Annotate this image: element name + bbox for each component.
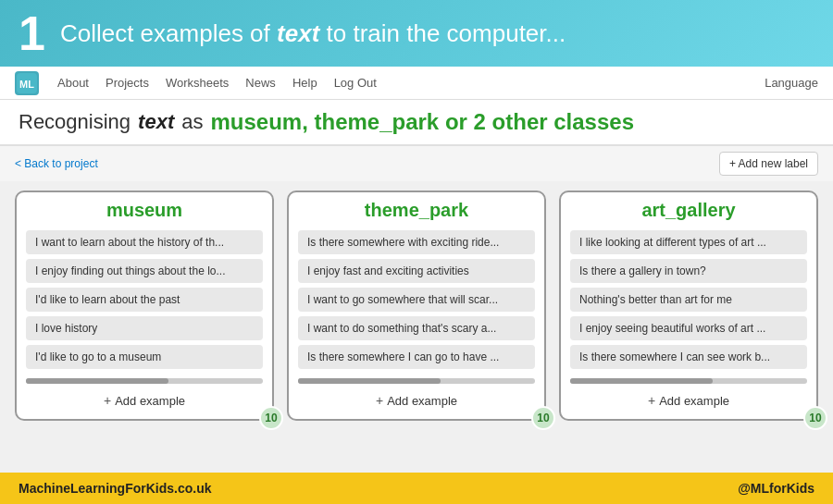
scrollbar-theme-park[interactable] [298,378,535,384]
footer: MachineLearningForKids.co.uk @MLforKids [0,473,833,504]
nav-news[interactable]: News [245,76,276,90]
plus-icon: + [376,393,383,408]
main-content: museum I want to learn about the history… [0,181,833,430]
nav-language[interactable]: Language [765,76,818,90]
column-theme-park: theme_park Is there somewhere with excit… [287,191,546,421]
count-badge-art-gallery: 10 [803,406,827,430]
add-example-theme-park[interactable]: + Add example [289,387,544,410]
count-badge-theme-park: 10 [531,406,555,430]
list-item: I'd like to learn about the past [26,288,263,312]
nav-logout[interactable]: Log Out [334,76,377,90]
examples-list-museum: I want to learn about the history of th.… [17,227,272,373]
column-title-theme-park: theme_park [289,192,544,227]
nav-projects[interactable]: Projects [106,76,149,90]
column-title-art-gallery: art_gallery [561,192,816,227]
subtitle-prefix: Recognising [19,110,131,134]
list-item: I enjoy seeing beautiful works of art ..… [570,316,807,340]
list-item: Is there somewhere with exciting ride... [298,230,535,254]
list-item: I enjoy finding out things about the lo.… [26,259,263,283]
nav-help[interactable]: Help [292,76,317,90]
add-example-label: Add example [115,394,185,408]
banner-text: Collect examples of text to train the co… [60,19,566,48]
footer-left: MachineLearningForKids.co.uk [19,481,211,496]
list-item: Is there somewhere I can see work b... [570,345,807,369]
list-item: I enjoy fast and exciting activities [298,259,535,283]
plus-icon: + [648,393,655,408]
list-item: Nothing's better than art for me [570,288,807,312]
nav-worksheets[interactable]: Worksheets [166,76,229,90]
banner-prefix: Collect examples of [60,19,270,47]
add-example-museum[interactable]: + Add example [17,387,272,410]
top-banner: 1 Collect examples of text to train the … [0,0,833,67]
list-item: I want to do something that's scary a... [298,316,535,340]
nav-logo: ML [15,71,39,95]
list-item: I like looking at different types of art… [570,230,807,254]
subtitle-middle: as [181,110,203,134]
logo-icon: ML [17,73,37,93]
list-item: I want to learn about the history of th.… [26,230,263,254]
banner-number: 1 [19,9,45,57]
nav-about[interactable]: About [57,76,89,90]
svg-text:ML: ML [19,79,34,90]
list-item: I want to go somewhere that will scar... [298,288,535,312]
column-art-gallery: art_gallery I like looking at different … [559,191,818,421]
scrollbar-art-gallery[interactable] [570,378,807,384]
list-item: I love history [26,316,263,340]
banner-suffix: to train the computer... [327,19,566,47]
banner-keyword: text [277,19,319,47]
subtitle-bar: Recognising text as museum, theme_park o… [0,100,833,146]
add-example-label: Add example [387,394,457,408]
subtitle-classes: museum, theme_park or 2 other classes [210,109,634,135]
column-museum: museum I want to learn about the history… [15,191,274,421]
nav-links: About Projects Worksheets News Help Log … [57,76,746,90]
add-label-button[interactable]: + Add new label [719,152,818,176]
examples-list-art-gallery: I like looking at different types of art… [561,227,816,373]
add-example-label: Add example [659,394,729,408]
plus-icon: + [104,393,111,408]
count-badge-museum: 10 [259,406,283,430]
list-item: I'd like to go to a museum [26,345,263,369]
add-example-art-gallery[interactable]: + Add example [561,387,816,410]
navbar: ML About Projects Worksheets News Help L… [0,67,833,100]
list-item: Is there somewhere I can go to have ... [298,345,535,369]
back-link[interactable]: < Back to project [15,157,98,170]
list-item: Is there a gallery in town? [570,259,807,283]
examples-list-theme-park: Is there somewhere with exciting ride...… [289,227,544,373]
footer-right: @MLforKids [738,481,814,496]
back-link-bar: < Back to project + Add new label [0,146,833,181]
subtitle-keyword: text [138,110,174,134]
column-title-museum: museum [17,192,272,227]
scrollbar-museum[interactable] [26,378,263,384]
